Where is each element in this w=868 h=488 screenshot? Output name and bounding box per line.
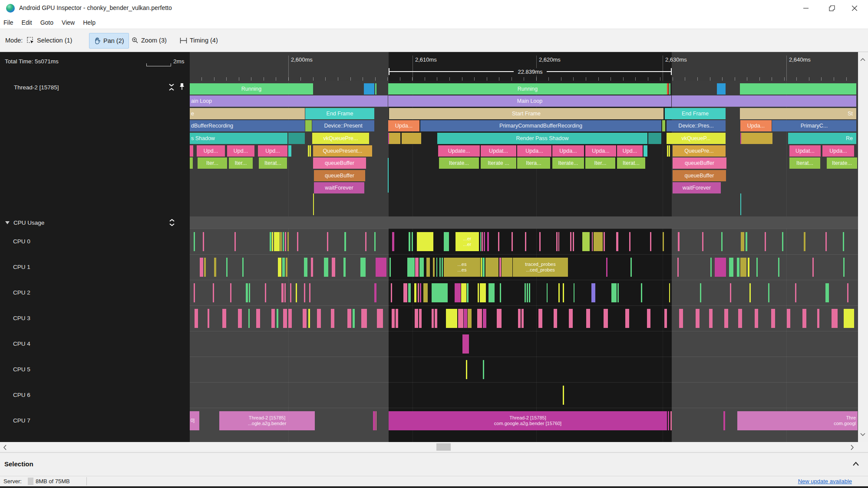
cpu-slice[interactable] xyxy=(468,309,472,328)
cpu-slice[interactable] xyxy=(296,283,297,302)
cpu-slice[interactable] xyxy=(756,258,758,277)
cpu-slice[interactable] xyxy=(331,309,334,328)
cpu-slice[interactable] xyxy=(641,283,642,302)
trace-span[interactable]: St xyxy=(740,108,856,119)
cpu-slice[interactable] xyxy=(415,309,418,328)
trace-span[interactable] xyxy=(672,95,856,107)
cpu-slice[interactable] xyxy=(290,283,291,302)
trace-span[interactable]: Main Loop xyxy=(388,95,671,107)
trace-span-sliver[interactable] xyxy=(313,193,314,215)
cpu-row-label[interactable]: CPU 2 xyxy=(13,280,65,305)
cpu-slice[interactable] xyxy=(616,232,618,251)
cpu-slice[interactable] xyxy=(678,232,680,251)
cpu-slice[interactable] xyxy=(802,309,806,328)
cpu-slice[interactable] xyxy=(374,232,376,251)
trace-span[interactable]: QueuePre... xyxy=(673,145,726,157)
trace-span[interactable]: waitForever xyxy=(673,182,721,193)
trace-span[interactable]: queueBuffer xyxy=(313,157,366,169)
trace-span[interactable]: Upda... xyxy=(517,145,551,157)
cpu-slice[interactable] xyxy=(525,232,526,251)
cpu-slice[interactable] xyxy=(420,283,421,302)
trace-span[interactable]: ain Loop xyxy=(190,95,388,107)
mode-selection-button[interactable]: Selection (1) xyxy=(27,29,72,52)
trace-span[interactable]: queueBuffer xyxy=(673,157,726,169)
cpu-slice[interactable] xyxy=(415,258,419,277)
trace-span[interactable]: queueBuffer xyxy=(673,170,726,181)
cpu-slice[interactable] xyxy=(270,232,271,251)
cpu-slice[interactable] xyxy=(288,309,292,328)
trace-span[interactable]: Iterate... xyxy=(439,157,479,169)
cpu-slice[interactable] xyxy=(755,309,758,328)
cpu-slice[interactable] xyxy=(721,232,723,251)
cpu-slice[interactable] xyxy=(203,232,204,251)
cpu-slice[interactable] xyxy=(586,309,590,328)
cpu-slice[interactable] xyxy=(274,232,280,251)
cpu-slice[interactable] xyxy=(458,309,463,328)
cpu-slice[interactable] xyxy=(670,411,672,430)
cpu-slice[interactable] xyxy=(248,309,250,328)
trace-span[interactable]: QueuePresent... xyxy=(313,145,372,157)
mode-pan-button[interactable]: Pan (2) xyxy=(89,33,129,49)
cpu-slice[interactable]: Thread-2 [15785]...ogle.a2g.bender xyxy=(219,411,315,430)
cpu-slice[interactable] xyxy=(376,258,386,277)
trace-span[interactable]: Itera... xyxy=(517,157,550,169)
cpu-slice[interactable] xyxy=(442,258,443,277)
cpu-slice[interactable] xyxy=(696,309,700,328)
trace-span[interactable] xyxy=(667,145,668,157)
cpu-slice[interactable] xyxy=(497,309,502,328)
sort-updown-icon[interactable] xyxy=(168,218,175,229)
cpu-slice[interactable] xyxy=(436,258,437,277)
cpu-slice[interactable] xyxy=(277,309,278,328)
cpu-slice[interactable] xyxy=(724,309,728,328)
trace-span[interactable]: Running xyxy=(190,83,313,95)
cpu-slice[interactable] xyxy=(782,232,783,251)
trace-span[interactable]: Iterat... xyxy=(259,157,287,169)
cpu-slice[interactable]: 0] xyxy=(190,411,199,430)
cpu-row-label[interactable]: CPU 5 xyxy=(13,357,65,382)
trace-span[interactable] xyxy=(389,133,400,144)
trace-span[interactable] xyxy=(648,133,661,144)
cpu-slice[interactable] xyxy=(396,309,398,328)
cpu-slice[interactable] xyxy=(414,283,416,302)
cpu-row-label[interactable]: CPU 1 xyxy=(13,254,65,280)
cpu-slice[interactable] xyxy=(484,232,485,251)
trace-span[interactable]: vkQueuePre... xyxy=(312,133,369,144)
cpu-slice[interactable] xyxy=(741,232,744,251)
collapse-triangle-icon[interactable] xyxy=(5,221,10,224)
cpu-slice[interactable] xyxy=(669,283,670,302)
cpu-slice[interactable] xyxy=(226,258,228,277)
cpu-slice[interactable] xyxy=(843,232,844,251)
trace-span[interactable]: Render Pass Shadow xyxy=(437,133,647,144)
cpu-slice[interactable] xyxy=(817,309,819,328)
trace-span[interactable]: waitForever xyxy=(314,182,364,193)
cpu-slice[interactable] xyxy=(710,258,712,277)
cpu-row-label[interactable]: CPU 6 xyxy=(13,382,65,408)
scroll-down-icon[interactable] xyxy=(860,431,866,439)
cpu-slice[interactable] xyxy=(487,232,489,251)
cpu-slice[interactable] xyxy=(604,309,608,328)
cpu-slice[interactable] xyxy=(558,232,559,251)
trace-span[interactable]: vkQueueP... xyxy=(667,133,726,144)
cpu-slice[interactable] xyxy=(500,283,501,302)
cpu-slice[interactable] xyxy=(569,309,573,328)
cpu-slice[interactable] xyxy=(498,232,499,251)
cpu-slice[interactable]: Thread-2 [15785]com.google.a2g.bender [1… xyxy=(389,411,667,430)
cpu-slice[interactable] xyxy=(281,283,284,302)
cpu-slice[interactable] xyxy=(317,309,321,328)
trace-span[interactable]: Iter... xyxy=(585,157,615,169)
cpu-slice[interactable] xyxy=(679,309,683,328)
maximize-button[interactable] xyxy=(822,0,842,16)
cpu-slice[interactable] xyxy=(617,283,619,302)
cpu-slice[interactable]: ...es...es xyxy=(444,258,480,277)
cpu-slice[interactable] xyxy=(213,283,214,302)
cpu-slice[interactable] xyxy=(518,309,521,328)
cpu-slice[interactable] xyxy=(832,309,838,328)
cpu-slice[interactable] xyxy=(208,309,209,328)
collapse-track-icon[interactable] xyxy=(168,83,175,93)
cpu-slice[interactable] xyxy=(418,283,419,302)
cpu-slice[interactable] xyxy=(271,309,275,328)
cpu-slice[interactable] xyxy=(825,232,827,251)
menu-view[interactable]: View xyxy=(62,19,75,26)
trace-span[interactable]: Upd... xyxy=(227,145,254,157)
trace-span[interactable]: Iterat... xyxy=(789,157,820,169)
